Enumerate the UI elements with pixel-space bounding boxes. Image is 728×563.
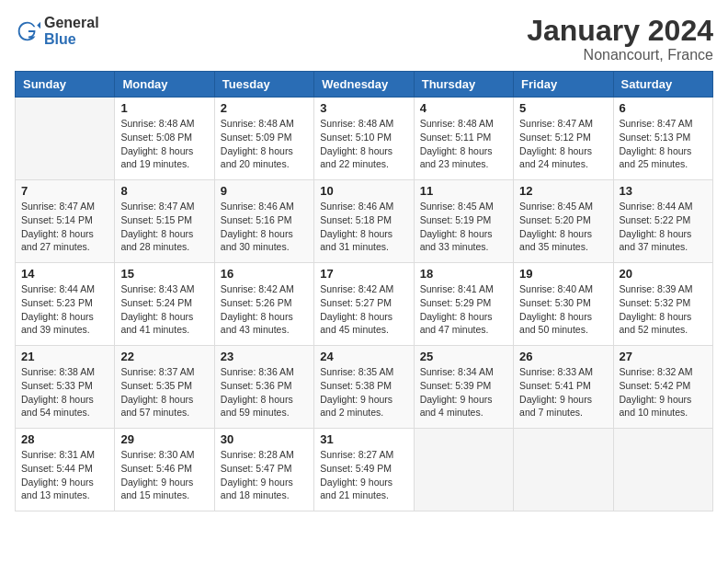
week-row-4: 21Sunrise: 8:38 AM Sunset: 5:33 PM Dayli… xyxy=(16,346,713,429)
calendar-cell: 28Sunrise: 8:31 AM Sunset: 5:44 PM Dayli… xyxy=(16,429,115,511)
calendar-cell: 10Sunrise: 8:46 AM Sunset: 5:18 PM Dayli… xyxy=(314,180,414,263)
day-number: 13 xyxy=(620,184,707,198)
day-number: 26 xyxy=(519,350,607,363)
day-info: Sunrise: 8:35 AM Sunset: 5:38 PM Dayligh… xyxy=(320,365,407,419)
calendar-cell: 27Sunrise: 8:32 AM Sunset: 5:42 PM Dayli… xyxy=(613,346,712,429)
day-info: Sunrise: 8:46 AM Sunset: 5:18 PM Dayligh… xyxy=(320,200,407,254)
day-info: Sunrise: 8:32 AM Sunset: 5:42 PM Dayligh… xyxy=(620,365,707,419)
day-info: Sunrise: 8:46 AM Sunset: 5:16 PM Dayligh… xyxy=(221,200,308,254)
calendar-cell: 7Sunrise: 8:47 AM Sunset: 5:14 PM Daylig… xyxy=(16,180,115,263)
day-number: 25 xyxy=(420,350,507,363)
day-number: 9 xyxy=(221,184,308,198)
calendar-cell: 8Sunrise: 8:47 AM Sunset: 5:15 PM Daylig… xyxy=(115,180,214,263)
week-row-2: 7Sunrise: 8:47 AM Sunset: 5:14 PM Daylig… xyxy=(16,180,713,263)
calendar-cell: 22Sunrise: 8:37 AM Sunset: 5:35 PM Dayli… xyxy=(115,346,214,429)
day-number: 6 xyxy=(620,101,707,115)
day-number: 3 xyxy=(320,101,407,115)
day-info: Sunrise: 8:47 AM Sunset: 5:12 PM Dayligh… xyxy=(519,117,607,171)
day-info: Sunrise: 8:45 AM Sunset: 5:19 PM Dayligh… xyxy=(420,200,507,254)
day-number: 1 xyxy=(120,101,208,115)
day-info: Sunrise: 8:47 AM Sunset: 5:13 PM Dayligh… xyxy=(620,117,707,171)
calendar-cell xyxy=(613,429,712,511)
day-info: Sunrise: 8:45 AM Sunset: 5:20 PM Dayligh… xyxy=(519,200,607,254)
day-number: 30 xyxy=(221,432,308,446)
week-row-5: 28Sunrise: 8:31 AM Sunset: 5:44 PM Dayli… xyxy=(16,429,713,511)
day-info: Sunrise: 8:40 AM Sunset: 5:30 PM Dayligh… xyxy=(519,282,607,337)
day-number: 28 xyxy=(21,432,108,446)
calendar-cell: 23Sunrise: 8:36 AM Sunset: 5:36 PM Dayli… xyxy=(214,346,313,429)
day-info: Sunrise: 8:38 AM Sunset: 5:33 PM Dayligh… xyxy=(21,365,108,419)
day-info: Sunrise: 8:48 AM Sunset: 5:10 PM Dayligh… xyxy=(320,117,407,171)
day-info: Sunrise: 8:36 AM Sunset: 5:36 PM Dayligh… xyxy=(221,365,308,419)
calendar-cell: 5Sunrise: 8:47 AM Sunset: 5:12 PM Daylig… xyxy=(514,98,613,180)
day-number: 17 xyxy=(320,267,407,281)
calendar-cell: 24Sunrise: 8:35 AM Sunset: 5:38 PM Dayli… xyxy=(314,346,414,429)
logo-icon xyxy=(15,18,40,44)
day-info: Sunrise: 8:47 AM Sunset: 5:15 PM Dayligh… xyxy=(120,200,208,254)
day-info: Sunrise: 8:34 AM Sunset: 5:39 PM Dayligh… xyxy=(420,365,507,419)
logo-blue-text: Blue xyxy=(44,31,99,48)
day-info: Sunrise: 8:41 AM Sunset: 5:29 PM Dayligh… xyxy=(420,282,507,337)
calendar-cell: 13Sunrise: 8:44 AM Sunset: 5:22 PM Dayli… xyxy=(613,180,712,263)
day-number: 11 xyxy=(420,184,507,198)
day-number: 8 xyxy=(120,184,208,198)
day-number: 2 xyxy=(221,101,308,115)
calendar-cell xyxy=(514,429,613,511)
weekday-header-tuesday: Tuesday xyxy=(214,72,313,98)
calendar-cell: 9Sunrise: 8:46 AM Sunset: 5:16 PM Daylig… xyxy=(214,180,313,263)
weekday-header-thursday: Thursday xyxy=(414,72,513,98)
calendar-cell: 14Sunrise: 8:44 AM Sunset: 5:23 PM Dayli… xyxy=(16,263,115,346)
day-number: 29 xyxy=(120,432,208,446)
day-number: 5 xyxy=(519,101,607,115)
day-number: 22 xyxy=(120,350,208,363)
day-info: Sunrise: 8:42 AM Sunset: 5:27 PM Dayligh… xyxy=(320,282,407,337)
calendar-cell: 4Sunrise: 8:48 AM Sunset: 5:11 PM Daylig… xyxy=(414,98,513,180)
day-number: 15 xyxy=(120,267,208,281)
day-info: Sunrise: 8:47 AM Sunset: 5:14 PM Dayligh… xyxy=(21,200,108,254)
day-number: 10 xyxy=(320,184,407,198)
day-number: 24 xyxy=(320,350,407,363)
calendar-cell: 12Sunrise: 8:45 AM Sunset: 5:20 PM Dayli… xyxy=(514,180,613,263)
calendar-cell: 16Sunrise: 8:42 AM Sunset: 5:26 PM Dayli… xyxy=(214,263,313,346)
day-info: Sunrise: 8:48 AM Sunset: 5:09 PM Dayligh… xyxy=(221,117,308,171)
calendar-cell: 1Sunrise: 8:48 AM Sunset: 5:08 PM Daylig… xyxy=(115,98,214,180)
calendar-cell: 21Sunrise: 8:38 AM Sunset: 5:33 PM Dayli… xyxy=(16,346,115,429)
week-row-1: 1Sunrise: 8:48 AM Sunset: 5:08 PM Daylig… xyxy=(16,98,713,180)
calendar-cell: 29Sunrise: 8:30 AM Sunset: 5:46 PM Dayli… xyxy=(115,429,214,511)
day-info: Sunrise: 8:37 AM Sunset: 5:35 PM Dayligh… xyxy=(120,365,208,419)
calendar-cell: 6Sunrise: 8:47 AM Sunset: 5:13 PM Daylig… xyxy=(613,98,712,180)
calendar-cell: 3Sunrise: 8:48 AM Sunset: 5:10 PM Daylig… xyxy=(314,98,414,180)
calendar-cell: 2Sunrise: 8:48 AM Sunset: 5:09 PM Daylig… xyxy=(214,98,313,180)
day-number: 16 xyxy=(221,267,308,281)
day-info: Sunrise: 8:33 AM Sunset: 5:41 PM Dayligh… xyxy=(519,365,607,419)
day-info: Sunrise: 8:48 AM Sunset: 5:08 PM Dayligh… xyxy=(120,117,208,171)
day-info: Sunrise: 8:28 AM Sunset: 5:47 PM Dayligh… xyxy=(221,448,308,502)
logo: General Blue xyxy=(15,15,99,47)
weekday-header-saturday: Saturday xyxy=(613,72,712,98)
day-number: 19 xyxy=(519,267,607,281)
day-info: Sunrise: 8:43 AM Sunset: 5:24 PM Dayligh… xyxy=(120,282,208,337)
day-number: 18 xyxy=(420,267,507,281)
calendar-cell: 11Sunrise: 8:45 AM Sunset: 5:19 PM Dayli… xyxy=(414,180,513,263)
weekday-header-friday: Friday xyxy=(514,72,613,98)
day-number: 21 xyxy=(21,350,108,363)
month-title: January 2024 xyxy=(527,15,713,47)
day-number: 12 xyxy=(519,184,607,198)
header-area: General Blue January 2024 Nonancourt, Fr… xyxy=(15,15,713,63)
day-info: Sunrise: 8:27 AM Sunset: 5:49 PM Dayligh… xyxy=(320,448,407,502)
location: Nonancourt, France xyxy=(527,47,713,63)
weekday-header-row: SundayMondayTuesdayWednesdayThursdayFrid… xyxy=(16,72,713,98)
day-info: Sunrise: 8:31 AM Sunset: 5:44 PM Dayligh… xyxy=(21,448,108,502)
title-area: January 2024 Nonancourt, France xyxy=(527,15,713,63)
day-number: 4 xyxy=(420,101,507,115)
weekday-header-sunday: Sunday xyxy=(16,72,115,98)
calendar: SundayMondayTuesdayWednesdayThursdayFrid… xyxy=(15,71,713,511)
calendar-cell: 30Sunrise: 8:28 AM Sunset: 5:47 PM Dayli… xyxy=(214,429,313,511)
day-info: Sunrise: 8:39 AM Sunset: 5:32 PM Dayligh… xyxy=(620,282,707,337)
calendar-cell xyxy=(414,429,513,511)
calendar-cell: 20Sunrise: 8:39 AM Sunset: 5:32 PM Dayli… xyxy=(613,263,712,346)
svg-marker-0 xyxy=(37,21,40,28)
day-number: 23 xyxy=(221,350,308,363)
day-number: 27 xyxy=(620,350,707,363)
weekday-header-wednesday: Wednesday xyxy=(314,72,414,98)
